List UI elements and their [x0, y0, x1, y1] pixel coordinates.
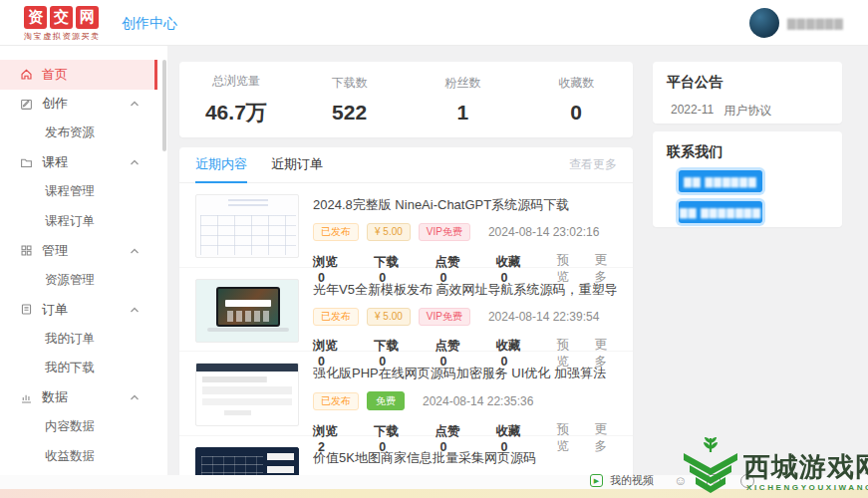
stat-label: 总浏览量 [179, 73, 293, 90]
announcement-item[interactable]: 2022-11 用户协议 [667, 103, 828, 120]
status-badge: 已发布 [313, 392, 359, 410]
chart-icon [20, 391, 33, 404]
edit-icon [20, 98, 33, 111]
stat-label: 下载 [374, 339, 399, 353]
content-card: 近期内容 近期订单 查看更多 2024.8完整版 NineAi-ChatGPT系… [179, 147, 633, 498]
stat-label: 点赞 [434, 424, 459, 438]
vip-badge: VIP免费 [419, 308, 470, 326]
site-logo[interactable]: 资 交 网 淘宝虚拟资源买卖 [24, 6, 101, 42]
status-badge: 已发布 [313, 223, 359, 241]
stat-value: 46.7万 [179, 99, 293, 126]
logo-tile: 网 [76, 6, 99, 29]
stat-label: 收藏数 [519, 75, 633, 92]
stat-favorites: 收藏数 0 [519, 75, 633, 124]
tab-recent-content[interactable]: 近期内容 [195, 147, 247, 183]
sidebar-item-label: 管理 [42, 242, 68, 260]
document-icon [20, 303, 33, 316]
stat-label: 下载数 [293, 75, 407, 92]
price-badge: ¥ 5.00 [367, 223, 411, 241]
logo-subtitle: 淘宝虚拟资源买卖 [24, 31, 101, 42]
sidebar-item-course-orders[interactable]: 课程订单 [0, 207, 157, 237]
contact-button-2[interactable]: ▇▇ ▇▇▇▇▇▇▇ [679, 201, 762, 223]
list-item: 强化版PHP在线网页源码加密服务 UI优化 加强算法 已发布 免费 2024-0… [179, 352, 633, 436]
sidebar-item-label: 数据 [42, 388, 68, 406]
sidebar: 首页 创作 发布资源 课程 课程管理 课程订单 [0, 46, 167, 475]
sidebar-item-my-downloads[interactable]: 我的下载 [0, 354, 157, 383]
sidebar-menu: 首页 创作 发布资源 课程 课程管理 课程订单 [0, 46, 167, 471]
creator-center-link[interactable]: 创作中心 [122, 15, 177, 33]
item-date: 2024-08-14 22:35:36 [423, 394, 533, 408]
item-title[interactable]: 光年V5全新模板发布 高效网址导航系统源码，重塑导航体验 [313, 281, 617, 299]
sidebar-item-label: 发布资源 [45, 124, 95, 141]
sidebar-item-label: 创作 [42, 95, 68, 113]
bottom-banner [0, 489, 868, 498]
sidebar-item-label: 资源管理 [45, 272, 95, 289]
sidebar-item-label: 内容数据 [45, 418, 95, 435]
stat-label: 浏览 [313, 255, 338, 269]
tabs-bar: 近期内容 近期订单 查看更多 [179, 147, 633, 183]
item-title[interactable]: 强化版PHP在线网页源码加密服务 UI优化 加强算法 [313, 365, 617, 382]
page: 资 交 网 淘宝虚拟资源买卖 创作中心 ▇▇▇▇▇▇ 首页 创作 发布资源 [0, 0, 868, 498]
announcement-card: 平台公告 2022-11 用户协议 [653, 62, 842, 124]
sidebar-item-resource-manage[interactable]: 资源管理 [0, 266, 157, 296]
sidebar-item-label: 课程管理 [45, 183, 95, 200]
sidebar-item-label: 订单 [42, 301, 68, 319]
stat-label: 粉丝数 [407, 75, 520, 92]
stat-label: 下载 [374, 255, 399, 269]
chevron-up-icon [130, 158, 140, 166]
stat-label: 收藏 [496, 255, 521, 269]
sidebar-item-course[interactable]: 课程 [0, 148, 157, 178]
sidebar-item-orders[interactable]: 订单 [0, 295, 157, 325]
sidebar-item-course-manage[interactable]: 课程管理 [0, 177, 157, 207]
diamond-badge-icon[interactable]: ◇ [707, 474, 721, 488]
sidebar-item-content-data[interactable]: 内容数据 [0, 412, 157, 442]
sidebar-item-my-orders[interactable]: 我的订单 [0, 325, 157, 355]
tab-recent-orders[interactable]: 近期订单 [271, 147, 323, 183]
contact-button-label: ▇▇ ▇▇▇▇▇▇▇ [680, 207, 761, 218]
announcement-text: 用户协议 [723, 103, 771, 120]
username[interactable]: ▇▇▇▇▇▇ [787, 17, 844, 30]
play-icon[interactable]: ▶ [590, 474, 603, 487]
item-thumbnail[interactable] [195, 363, 299, 426]
item-title[interactable]: 2024.8完整版 NineAi-ChatGPT系统源码下载 [313, 196, 617, 214]
stat-downloads: 下载数 522 [293, 75, 407, 124]
sidebar-item-label: 课程 [42, 153, 68, 171]
sidebar-scrollbar[interactable] [162, 60, 166, 151]
folder-icon [20, 156, 33, 169]
stat-label: 浏览 [313, 424, 338, 438]
chevron-up-icon [130, 100, 140, 108]
sidebar-item-label: 收益数据 [45, 448, 95, 465]
item-thumbnail[interactable] [195, 194, 299, 258]
sidebar-item-manage[interactable]: 管理 [0, 236, 157, 266]
avatar[interactable] [749, 8, 779, 38]
sidebar-item-data[interactable]: 数据 [0, 383, 157, 413]
item-title[interactable]: 价值5K地图商家信息批量采集网页源码 [313, 449, 617, 467]
stat-value: 0 [519, 101, 633, 124]
item-date: 2024-08-14 23:02:16 [488, 225, 599, 239]
grid-icon [20, 244, 33, 257]
sidebar-item-income-data[interactable]: 收益数据 [0, 442, 157, 472]
video-controls: ▶ 我的视频 ☺ ◇ [590, 473, 754, 488]
stat-value: 522 [293, 101, 407, 124]
sidebar-item-publish-resource[interactable]: 发布资源 [0, 119, 157, 148]
medal-icon[interactable] [740, 474, 754, 488]
stat-value: 1 [407, 101, 520, 124]
logo-tile: 资 [24, 6, 47, 29]
sidebar-item-label: 我的订单 [45, 331, 95, 348]
stat-fans: 粉丝数 1 [407, 75, 520, 124]
status-badge: 已发布 [313, 308, 359, 326]
contact-button-1[interactable]: ▇▇ ▇▇▇▇▇▇ [679, 170, 762, 192]
item-thumbnail[interactable] [195, 279, 299, 343]
emoji-icon[interactable]: ☺ [674, 474, 687, 487]
sidebar-item-create[interactable]: 创作 [0, 90, 157, 120]
vip-badge: VIP免费 [419, 223, 470, 241]
sidebar-item-home[interactable]: 首页 [0, 60, 157, 90]
my-video-label[interactable]: 我的视频 [610, 473, 654, 488]
stat-label: 下载 [374, 424, 399, 438]
price-badge: ¥ 5.00 [367, 308, 411, 326]
stat-label: 点赞 [434, 339, 459, 353]
stat-label: 浏览 [313, 339, 338, 353]
view-more-link[interactable]: 查看更多 [569, 156, 617, 173]
stat-total-views: 总浏览量 46.7万 [179, 73, 293, 126]
stat-label: 点赞 [434, 255, 459, 269]
